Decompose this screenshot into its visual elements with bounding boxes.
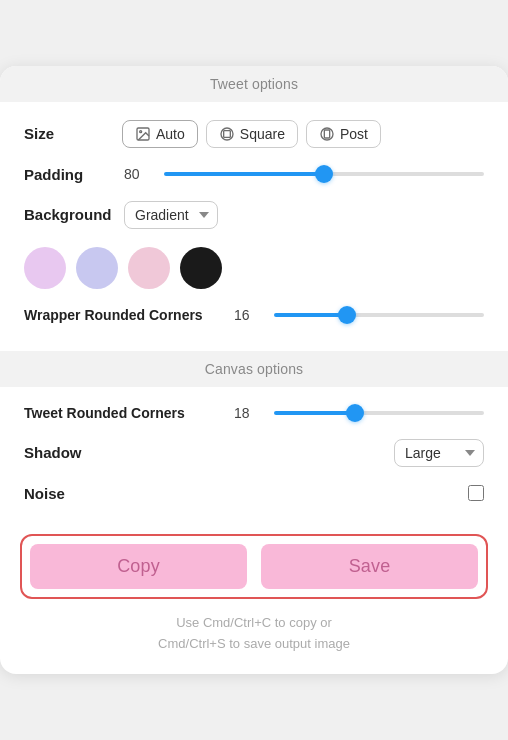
wrapper-rounded-corners-row: Wrapper Rounded Corners 16 xyxy=(24,307,484,323)
swatch-light-pink[interactable] xyxy=(128,247,170,289)
padding-value: 80 xyxy=(124,166,152,182)
shadow-select[interactable]: None Small Medium Large xyxy=(394,439,484,467)
wrapper-corners-slider-row: 16 xyxy=(224,307,484,323)
wrapper-rounded-corners-label: Wrapper Rounded Corners xyxy=(24,307,224,323)
save-button[interactable]: Save xyxy=(261,544,478,589)
tweet-rounded-corners-value: 18 xyxy=(234,405,262,421)
size-label: Size xyxy=(24,125,114,142)
tweet-options-title: Tweet options xyxy=(210,76,298,92)
tweet-options-header: Tweet options xyxy=(0,66,508,102)
size-square-button[interactable]: Square xyxy=(206,120,298,148)
noise-label: Noise xyxy=(24,485,114,502)
swatch-light-lavender[interactable] xyxy=(76,247,118,289)
wrapper-rounded-corners-slider[interactable] xyxy=(274,313,484,317)
hint-line1: Use Cmd/Ctrl+C to copy or xyxy=(0,613,508,634)
square-icon xyxy=(219,126,235,142)
action-buttons-row: Copy Save xyxy=(20,534,488,599)
noise-row: Noise xyxy=(24,485,484,502)
copy-button[interactable]: Copy xyxy=(30,544,247,589)
tweet-rounded-corners-label: Tweet Rounded Corners xyxy=(24,405,224,421)
size-row: Size Auto Square xyxy=(24,120,484,148)
tweet-corners-slider-row: 18 xyxy=(224,405,484,421)
size-square-label: Square xyxy=(240,126,285,142)
background-select[interactable]: Gradient Solid Image None xyxy=(124,201,218,229)
hint-line2: Cmd/Ctrl+S to save output image xyxy=(0,634,508,655)
padding-slider[interactable] xyxy=(164,172,484,176)
svg-point-1 xyxy=(140,130,142,132)
swatch-black[interactable] xyxy=(180,247,222,289)
wrapper-rounded-corners-value: 16 xyxy=(234,307,262,323)
swatch-light-purple[interactable] xyxy=(24,247,66,289)
hint-text: Use Cmd/Ctrl+C to copy or Cmd/Ctrl+S to … xyxy=(0,609,508,655)
size-post-button[interactable]: Post xyxy=(306,120,381,148)
color-swatches xyxy=(24,247,484,289)
size-auto-button[interactable]: Auto xyxy=(122,120,198,148)
padding-row: Padding 80 xyxy=(24,166,484,183)
size-buttons: Auto Square Post xyxy=(122,120,381,148)
shadow-label: Shadow xyxy=(24,444,114,461)
background-select-wrapper: Gradient Solid Image None xyxy=(124,201,218,229)
tweet-rounded-corners-slider[interactable] xyxy=(274,411,484,415)
size-post-label: Post xyxy=(340,126,368,142)
canvas-options-title: Canvas options xyxy=(205,361,303,377)
image-icon xyxy=(135,126,151,142)
padding-slider-row: 80 xyxy=(114,166,484,182)
background-label: Background xyxy=(24,206,114,223)
background-row: Background Gradient Solid Image None xyxy=(24,201,484,229)
noise-checkbox[interactable] xyxy=(468,485,484,501)
canvas-options-header: Canvas options xyxy=(0,351,508,387)
panel: Tweet options Size Auto Square xyxy=(0,66,508,675)
svg-rect-5 xyxy=(324,130,329,138)
shadow-row: Shadow None Small Medium Large xyxy=(24,439,484,467)
svg-rect-3 xyxy=(223,130,230,137)
svg-point-2 xyxy=(221,128,233,140)
size-auto-label: Auto xyxy=(156,126,185,142)
padding-label: Padding xyxy=(24,166,114,183)
tweet-rounded-corners-row: Tweet Rounded Corners 18 xyxy=(24,405,484,421)
post-icon xyxy=(319,126,335,142)
